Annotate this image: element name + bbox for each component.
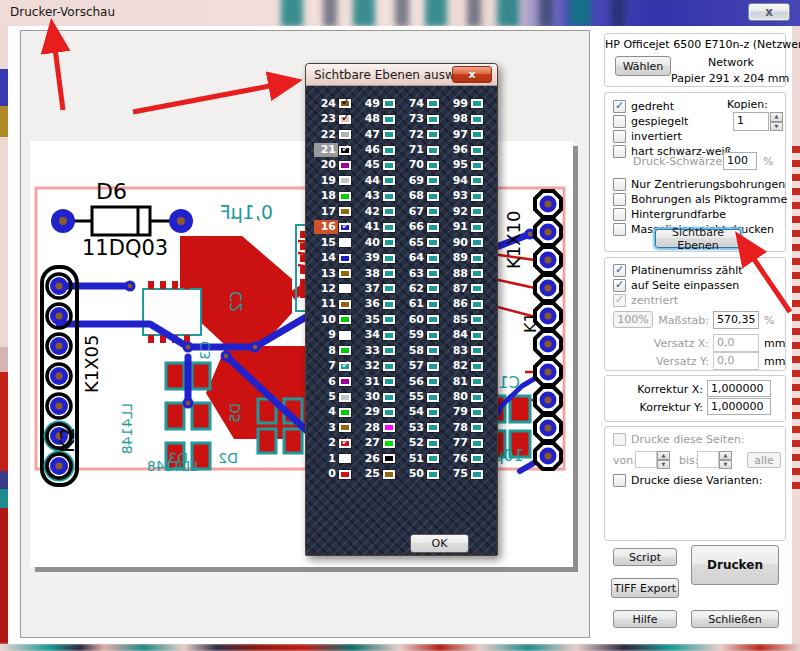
copies-input[interactable]: 1 <box>733 112 769 131</box>
checkbox-zentriert[interactable]: zentriert <box>613 293 743 307</box>
layer-50[interactable]: 50 <box>402 467 439 482</box>
layer-29[interactable]: 29 <box>358 405 395 420</box>
offset-x-input[interactable]: 0,0 <box>713 334 759 352</box>
layer-56[interactable]: 56 <box>402 374 439 389</box>
layer-85[interactable]: 85 <box>446 312 483 327</box>
layer-4[interactable]: 4 <box>314 405 351 420</box>
correction-y-input[interactable]: 1,000000 <box>707 398 771 415</box>
checkbox-gedreht[interactable]: gedreht <box>613 99 732 113</box>
layer-34[interactable]: 34 <box>358 328 395 343</box>
checkbox-Nur Zentrierungsbohrungen[interactable]: Nur Zentrierungsbohrungen <box>613 177 787 191</box>
layer-82[interactable]: 82 <box>446 358 483 373</box>
layer-90[interactable]: 90 <box>446 235 483 250</box>
checkbox-invertiert[interactable]: invertiert <box>613 129 732 143</box>
layer-23[interactable]: 23✓ <box>314 111 351 126</box>
blackness-input[interactable]: 100 <box>723 152 757 170</box>
layer-94[interactable]: 94 <box>446 173 483 188</box>
layer-99[interactable]: 99 <box>446 96 483 111</box>
layer-41[interactable]: 41 <box>358 220 395 235</box>
layer-65[interactable]: 65 <box>402 235 439 250</box>
layer-21[interactable]: 21✓ <box>314 142 351 157</box>
layer-97[interactable]: 97 <box>446 127 483 142</box>
layer-76[interactable]: 76 <box>446 451 483 466</box>
layer-98[interactable]: 98 <box>446 111 483 126</box>
layer-62[interactable]: 62 <box>402 281 439 296</box>
layer-2[interactable]: 2✓ <box>314 436 351 451</box>
from-input[interactable] <box>635 451 657 468</box>
layer-49[interactable]: 49 <box>358 96 395 111</box>
layer-43[interactable]: 43 <box>358 189 395 204</box>
layer-58[interactable]: 58 <box>402 343 439 358</box>
layer-79[interactable]: 79 <box>446 405 483 420</box>
layer-14[interactable]: 14 <box>314 250 351 265</box>
layer-44[interactable]: 44 <box>358 173 395 188</box>
layer-64[interactable]: 64 <box>402 250 439 265</box>
layer-88[interactable]: 88 <box>446 266 483 281</box>
layer-67[interactable]: 67 <box>402 204 439 219</box>
layer-8[interactable]: 8 <box>314 343 351 358</box>
layer-3[interactable]: 3 <box>314 420 351 435</box>
all-pages-button[interactable]: alle <box>747 452 781 468</box>
layer-15[interactable]: 15 <box>314 235 351 250</box>
layer-57[interactable]: 57 <box>402 358 439 373</box>
layer-38[interactable]: 38 <box>358 266 395 281</box>
layer-18[interactable]: 18 <box>314 189 351 204</box>
layer-11[interactable]: 11 <box>314 297 351 312</box>
layer-16[interactable]: 16✓ <box>314 220 351 235</box>
layer-22[interactable]: 22 <box>314 127 351 142</box>
window-close-button[interactable]: x <box>748 3 790 21</box>
layer-7[interactable]: 7✓ <box>314 358 351 373</box>
layer-77[interactable]: 77 <box>446 436 483 451</box>
layer-69[interactable]: 69 <box>402 173 439 188</box>
layer-20[interactable]: 20 <box>314 158 351 173</box>
layer-1[interactable]: 1 <box>314 451 351 466</box>
layer-5[interactable]: 5 <box>314 389 351 404</box>
checkbox-gespiegelt[interactable]: gespiegelt <box>613 114 732 128</box>
checkbox-Platinenumriss zählt[interactable]: Platinenumriss zählt <box>613 263 743 277</box>
layer-40[interactable]: 40 <box>358 235 395 250</box>
layer-12[interactable]: 12 <box>314 281 351 296</box>
layer-46[interactable]: 46 <box>358 142 395 157</box>
layer-66[interactable]: 66 <box>402 220 439 235</box>
layer-25[interactable]: 25 <box>358 467 395 482</box>
script-button[interactable]: Script <box>613 548 677 566</box>
layer-45[interactable]: 45 <box>358 158 395 173</box>
layer-24[interactable]: 24✓ <box>314 96 351 111</box>
layer-87[interactable]: 87 <box>446 281 483 296</box>
layer-42[interactable]: 42 <box>358 204 395 219</box>
layer-28[interactable]: 28 <box>358 420 395 435</box>
scale-input[interactable]: 570,35 <box>713 311 759 329</box>
layer-73[interactable]: 73 <box>402 111 439 126</box>
layer-47[interactable]: 47 <box>358 127 395 142</box>
layer-51[interactable]: 51 <box>402 451 439 466</box>
layer-37[interactable]: 37 <box>358 281 395 296</box>
layer-63[interactable]: 63 <box>402 266 439 281</box>
print-button[interactable]: Drucken <box>691 545 779 585</box>
layer-55[interactable]: 55 <box>402 389 439 404</box>
layer-78[interactable]: 78 <box>446 420 483 435</box>
layer-26[interactable]: 26 <box>358 451 395 466</box>
layer-0[interactable]: 0 <box>314 467 351 482</box>
layer-30[interactable]: 30 <box>358 389 395 404</box>
layer-54[interactable]: 54 <box>402 405 439 420</box>
to-input[interactable] <box>697 451 719 468</box>
layer-19[interactable]: 19 <box>314 173 351 188</box>
checkbox-auf Seite einpassen[interactable]: auf Seite einpassen <box>613 278 743 292</box>
checkbox-Bohrungen als Piktogramme[interactable]: Bohrungen als Piktogramme <box>613 192 787 206</box>
layer-52[interactable]: 52 <box>402 436 439 451</box>
checkbox-Hintergrundfarbe[interactable]: Hintergrundfarbe <box>613 207 787 221</box>
layer-61[interactable]: 61 <box>402 297 439 312</box>
correction-x-input[interactable]: 1,000000 <box>707 380 771 397</box>
layer-91[interactable]: 91 <box>446 220 483 235</box>
layer-17[interactable]: 17 <box>314 204 351 219</box>
layer-71[interactable]: 71 <box>402 142 439 157</box>
layer-6[interactable]: 6 <box>314 374 351 389</box>
layer-13[interactable]: 13 <box>314 266 351 281</box>
layer-84[interactable]: 84 <box>446 328 483 343</box>
layer-92[interactable]: 92 <box>446 204 483 219</box>
layer-80[interactable]: 80 <box>446 389 483 404</box>
layer-39[interactable]: 39 <box>358 250 395 265</box>
layer-68[interactable]: 68 <box>402 189 439 204</box>
layer-81[interactable]: 81 <box>446 374 483 389</box>
tiff-export-button[interactable]: TIFF Export <box>611 578 679 598</box>
